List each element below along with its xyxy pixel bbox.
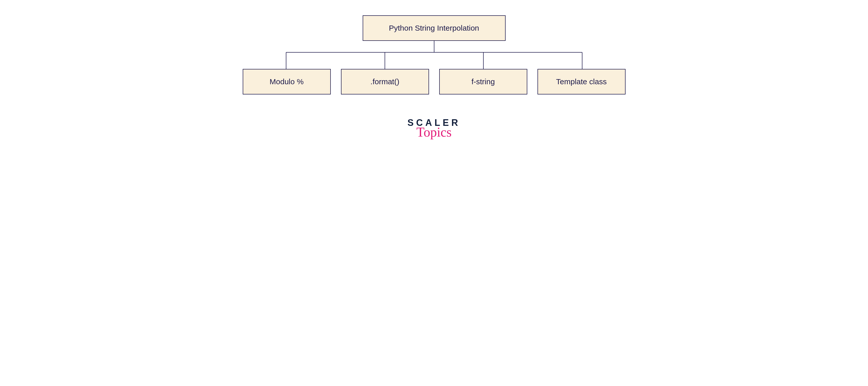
child-node-label: Modulo %: [270, 77, 304, 86]
child-node-template: Template class: [537, 69, 625, 94]
root-node-label: Python String Interpolation: [389, 24, 479, 32]
brand-logo: SCALER Topics: [407, 117, 460, 139]
child-node-label: Template class: [556, 77, 607, 86]
hierarchy-diagram: Python String Interpolation Modulo % .fo…: [243, 15, 625, 94]
children-row: Modulo % .format() f-string Template cla…: [243, 69, 625, 94]
child-node-modulo: Modulo %: [243, 69, 331, 94]
child-node-label: .format(): [370, 77, 399, 86]
root-node: Python String Interpolation: [363, 15, 505, 41]
child-node-fstring: f-string: [439, 69, 527, 94]
child-node-format: .format(): [341, 69, 429, 94]
connector-lines: [243, 41, 625, 69]
child-node-label: f-string: [471, 77, 495, 86]
